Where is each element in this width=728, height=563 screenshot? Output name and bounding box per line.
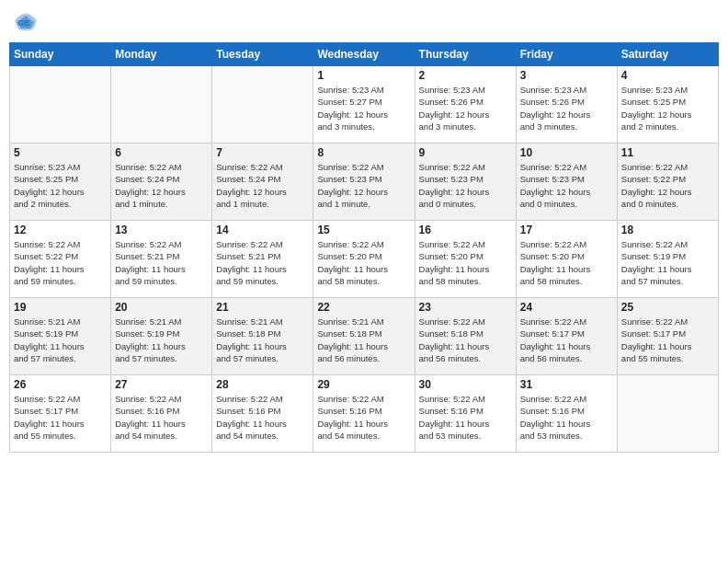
calendar-cell: 25Sunrise: 5:22 AM Sunset: 5:17 PM Dayli… [617,298,718,375]
day-number: 10 [520,146,613,159]
day-info: Sunrise: 5:22 AM Sunset: 5:17 PM Dayligh… [621,316,714,364]
day-info: Sunrise: 5:22 AM Sunset: 5:24 PM Dayligh… [115,161,208,210]
calendar-cell: 16Sunrise: 5:22 AM Sunset: 5:20 PM Dayli… [415,221,516,298]
calendar-cell: 31Sunrise: 5:22 AM Sunset: 5:16 PM Dayli… [516,375,617,453]
col-header-tuesday: Tuesday [212,43,313,66]
day-number: 3 [520,69,613,82]
calendar-cell: 11Sunrise: 5:22 AM Sunset: 5:22 PM Dayli… [617,144,718,221]
day-info: Sunrise: 5:23 AM Sunset: 5:26 PM Dayligh… [419,84,512,132]
day-number: 16 [419,224,512,236]
day-number: 27 [115,378,208,391]
calendar-header-row: SundayMondayTuesdayWednesdayThursdayFrid… [10,43,719,66]
day-number: 26 [14,378,107,391]
calendar-cell: 24Sunrise: 5:22 AM Sunset: 5:17 PM Dayli… [516,298,617,375]
day-number: 15 [317,224,410,236]
week-row-3: 12Sunrise: 5:22 AM Sunset: 5:22 PM Dayli… [10,221,719,298]
week-row-5: 26Sunrise: 5:22 AM Sunset: 5:17 PM Dayli… [10,375,719,453]
day-number: 13 [115,224,208,236]
day-number: 19 [14,301,107,314]
svg-text:GB: GB [17,18,29,28]
day-info: Sunrise: 5:22 AM Sunset: 5:23 PM Dayligh… [317,161,410,210]
week-row-1: 1Sunrise: 5:23 AM Sunset: 5:27 PM Daylig… [10,66,719,144]
day-info: Sunrise: 5:22 AM Sunset: 5:24 PM Dayligh… [216,161,309,210]
day-number: 31 [520,378,613,391]
day-info: Sunrise: 5:21 AM Sunset: 5:18 PM Dayligh… [317,316,410,364]
calendar-cell: 1Sunrise: 5:23 AM Sunset: 5:27 PM Daylig… [313,66,415,144]
day-number: 14 [216,224,309,236]
calendar-cell [212,66,313,144]
calendar-cell: 5Sunrise: 5:23 AM Sunset: 5:25 PM Daylig… [10,144,111,221]
calendar-cell: 2Sunrise: 5:23 AM Sunset: 5:26 PM Daylig… [415,66,516,144]
calendar-cell: 14Sunrise: 5:22 AM Sunset: 5:21 PM Dayli… [212,221,313,298]
day-number: 2 [419,69,512,82]
logo-icon: GB [13,9,39,35]
day-number: 11 [621,146,714,159]
day-info: Sunrise: 5:22 AM Sunset: 5:23 PM Dayligh… [419,161,512,210]
day-info: Sunrise: 5:23 AM Sunset: 5:27 PM Dayligh… [317,84,410,132]
day-number: 20 [115,301,208,314]
day-number: 24 [520,301,613,314]
day-info: Sunrise: 5:22 AM Sunset: 5:17 PM Dayligh… [14,393,107,442]
calendar-cell: 23Sunrise: 5:22 AM Sunset: 5:18 PM Dayli… [415,298,516,375]
day-info: Sunrise: 5:22 AM Sunset: 5:22 PM Dayligh… [621,161,714,210]
calendar-cell: 29Sunrise: 5:22 AM Sunset: 5:16 PM Dayli… [313,375,415,453]
day-info: Sunrise: 5:22 AM Sunset: 5:16 PM Dayligh… [520,393,613,442]
day-info: Sunrise: 5:22 AM Sunset: 5:16 PM Dayligh… [216,393,309,442]
day-number: 7 [216,146,309,159]
day-number: 12 [14,224,107,236]
day-info: Sunrise: 5:23 AM Sunset: 5:25 PM Dayligh… [14,161,107,210]
day-info: Sunrise: 5:22 AM Sunset: 5:18 PM Dayligh… [419,316,512,364]
day-number: 25 [621,301,714,314]
col-header-monday: Monday [111,43,212,66]
day-number: 18 [621,224,714,236]
day-number: 4 [621,69,714,82]
col-header-sunday: Sunday [10,43,111,66]
day-info: Sunrise: 5:22 AM Sunset: 5:16 PM Dayligh… [419,393,512,442]
calendar-cell: 30Sunrise: 5:22 AM Sunset: 5:16 PM Dayli… [415,375,516,453]
logo: GB [13,9,42,35]
day-info: Sunrise: 5:22 AM Sunset: 5:20 PM Dayligh… [419,238,512,287]
day-number: 23 [419,301,512,314]
calendar-cell: 20Sunrise: 5:21 AM Sunset: 5:19 PM Dayli… [111,298,212,375]
col-header-thursday: Thursday [415,43,516,66]
col-header-saturday: Saturday [617,43,718,66]
day-number: 22 [317,301,410,314]
calendar-cell [111,66,212,144]
day-number: 6 [115,146,208,159]
day-number: 1 [317,69,410,82]
col-header-friday: Friday [516,43,617,66]
calendar-table: SundayMondayTuesdayWednesdayThursdayFrid… [9,42,719,453]
day-info: Sunrise: 5:22 AM Sunset: 5:19 PM Dayligh… [621,238,714,287]
page-header: GB [9,9,719,35]
calendar-cell: 28Sunrise: 5:22 AM Sunset: 5:16 PM Dayli… [212,375,313,453]
calendar-cell: 22Sunrise: 5:21 AM Sunset: 5:18 PM Dayli… [313,298,415,375]
day-number: 9 [419,146,512,159]
day-info: Sunrise: 5:22 AM Sunset: 5:16 PM Dayligh… [115,393,208,442]
day-info: Sunrise: 5:22 AM Sunset: 5:21 PM Dayligh… [216,238,309,287]
calendar-cell: 17Sunrise: 5:22 AM Sunset: 5:20 PM Dayli… [516,221,617,298]
calendar-cell: 27Sunrise: 5:22 AM Sunset: 5:16 PM Dayli… [111,375,212,453]
day-info: Sunrise: 5:22 AM Sunset: 5:17 PM Dayligh… [520,316,613,364]
calendar-cell: 8Sunrise: 5:22 AM Sunset: 5:23 PM Daylig… [313,144,415,221]
calendar-cell: 13Sunrise: 5:22 AM Sunset: 5:21 PM Dayli… [111,221,212,298]
day-number: 8 [317,146,410,159]
day-info: Sunrise: 5:22 AM Sunset: 5:20 PM Dayligh… [317,238,410,287]
calendar-cell: 18Sunrise: 5:22 AM Sunset: 5:19 PM Dayli… [617,221,718,298]
calendar-cell: 19Sunrise: 5:21 AM Sunset: 5:19 PM Dayli… [10,298,111,375]
calendar-cell: 9Sunrise: 5:22 AM Sunset: 5:23 PM Daylig… [415,144,516,221]
calendar-cell [617,375,718,453]
day-info: Sunrise: 5:22 AM Sunset: 5:20 PM Dayligh… [520,238,613,287]
day-info: Sunrise: 5:22 AM Sunset: 5:21 PM Dayligh… [115,238,208,287]
calendar-cell: 6Sunrise: 5:22 AM Sunset: 5:24 PM Daylig… [111,144,212,221]
day-number: 30 [419,378,512,391]
day-number: 21 [216,301,309,314]
day-info: Sunrise: 5:21 AM Sunset: 5:19 PM Dayligh… [115,316,208,364]
calendar-cell: 10Sunrise: 5:22 AM Sunset: 5:23 PM Dayli… [516,144,617,221]
calendar-cell: 7Sunrise: 5:22 AM Sunset: 5:24 PM Daylig… [212,144,313,221]
day-info: Sunrise: 5:23 AM Sunset: 5:25 PM Dayligh… [621,84,714,132]
day-info: Sunrise: 5:22 AM Sunset: 5:23 PM Dayligh… [520,161,613,210]
day-number: 17 [520,224,613,236]
week-row-4: 19Sunrise: 5:21 AM Sunset: 5:19 PM Dayli… [10,298,719,375]
col-header-wednesday: Wednesday [313,43,415,66]
day-number: 28 [216,378,309,391]
